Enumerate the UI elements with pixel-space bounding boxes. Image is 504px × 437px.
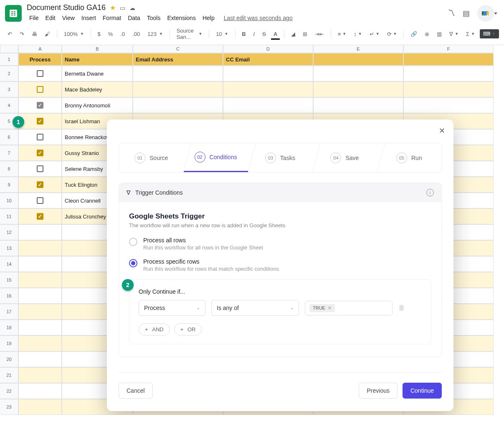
info-icon[interactable]: i [426, 189, 434, 196]
cell[interactable] [133, 66, 223, 81]
menu-tools[interactable]: Tools [144, 13, 163, 23]
row-header[interactable]: 17 [0, 304, 18, 320]
condition-value-input[interactable]: TRUE✕ [305, 301, 393, 315]
cell[interactable] [18, 335, 62, 351]
decrease-decimal-icon[interactable]: .0 [118, 29, 127, 39]
font-size-select[interactable]: 10▼ [213, 30, 230, 38]
menu-file[interactable]: File [27, 13, 41, 23]
currency-icon[interactable]: $ [95, 29, 103, 39]
select-all-cell[interactable] [0, 45, 18, 53]
column-header[interactable]: E [313, 45, 403, 53]
cell[interactable] [18, 399, 62, 415]
cell[interactable] [18, 81, 62, 97]
italic-icon[interactable]: I [251, 29, 258, 39]
condition-field-select[interactable]: Process⌄ [139, 300, 205, 316]
column-header[interactable]: C [133, 45, 223, 53]
menu-insert[interactable]: Insert [79, 13, 99, 23]
text-color-icon[interactable]: A [271, 29, 280, 39]
move-icon[interactable]: ▭ [120, 5, 125, 11]
step-tasks[interactable]: 03Tasks [248, 143, 312, 172]
radio-all-rows[interactable]: Process all rows Run this workflow for a… [129, 237, 431, 251]
keyboard-icon[interactable]: ⌨▼ [480, 29, 499, 38]
cell[interactable] [18, 240, 62, 256]
cell[interactable] [18, 383, 62, 399]
cell[interactable] [18, 177, 62, 193]
bold-icon[interactable]: B [239, 29, 248, 39]
cell[interactable] [18, 224, 62, 240]
wrap-icon[interactable]: ↵▼ [367, 29, 382, 39]
percent-icon[interactable]: % [106, 29, 116, 39]
previous-button[interactable]: Previous [359, 383, 397, 399]
cell[interactable] [403, 97, 494, 113]
row-header[interactable]: 3 [0, 81, 18, 97]
row-header[interactable]: 4 [0, 97, 18, 113]
menu-extensions[interactable]: Extensions [165, 13, 198, 23]
font-select[interactable]: Source San...▼ [174, 26, 205, 41]
increase-decimal-icon[interactable]: .00 [130, 29, 142, 39]
row-header[interactable]: 12 [0, 224, 18, 240]
step-run[interactable]: 05Run [377, 143, 441, 172]
row-header[interactable]: 22 [0, 383, 18, 399]
cell[interactable] [313, 81, 403, 97]
cell[interactable] [18, 288, 62, 304]
comment-icon[interactable]: ⊕ [422, 29, 432, 39]
add-and-button[interactable]: + AND [139, 323, 170, 335]
row-header[interactable]: 13 [0, 240, 18, 256]
cell[interactable] [313, 97, 403, 113]
link-icon[interactable]: 🔗 [408, 29, 420, 39]
row-header[interactable]: 1 [0, 53, 18, 66]
row-header[interactable]: 7 [0, 145, 18, 161]
cell[interactable] [18, 256, 62, 272]
column-header[interactable]: A [18, 45, 62, 53]
paint-format-icon[interactable]: 🖌 [42, 29, 53, 39]
row-header[interactable]: 9 [0, 177, 18, 193]
activity-icon[interactable]: 〽 [448, 9, 455, 18]
functions-icon[interactable]: Σ▼ [463, 29, 477, 39]
row-header[interactable]: 21 [0, 367, 18, 383]
header-cell[interactable]: Name [62, 53, 133, 66]
header-cell[interactable]: Process [18, 53, 62, 66]
row-header[interactable]: 16 [0, 288, 18, 304]
zoom-select[interactable]: 100%▼ [61, 30, 86, 38]
remove-tag-icon[interactable]: ✕ [328, 305, 332, 311]
chart-icon[interactable]: ▥ [434, 29, 444, 39]
cell[interactable] [18, 367, 62, 383]
print-icon[interactable]: 🖶 [29, 29, 40, 39]
cell[interactable] [403, 66, 494, 81]
header-cell[interactable]: CC Email [223, 53, 313, 66]
cell[interactable] [18, 113, 62, 129]
align-icon[interactable]: ≡▼ [335, 29, 349, 39]
cloud-icon[interactable]: ☁ [129, 5, 135, 11]
fill-color-icon[interactable]: ◢ [289, 29, 298, 39]
row-header[interactable]: 11 [0, 208, 18, 224]
cell[interactable] [313, 66, 403, 81]
cell[interactable] [18, 145, 62, 161]
menu-edit[interactable]: Edit [43, 13, 58, 23]
column-header[interactable]: B [62, 45, 133, 53]
radio-specific-rows[interactable]: Process specific rows Run this workflow … [129, 258, 431, 272]
cell[interactable] [18, 97, 62, 113]
step-source[interactable]: 01Source [119, 143, 183, 172]
row-header[interactable]: 14 [0, 256, 18, 272]
column-header[interactable]: F [403, 45, 494, 53]
delete-condition-icon[interactable]: 🗑 [398, 304, 405, 312]
filter-icon[interactable]: ∇▼ [447, 29, 461, 39]
rotate-icon[interactable]: ⟳▼ [385, 29, 400, 39]
document-title[interactable]: Document Studio GA16 [27, 3, 106, 12]
cell[interactable] [18, 161, 62, 177]
cell[interactable] [18, 351, 62, 367]
header-cell[interactable]: Email Address [133, 53, 223, 66]
row-header[interactable]: 6 [0, 129, 18, 145]
cell[interactable] [403, 81, 494, 97]
cell[interactable] [18, 66, 62, 81]
cell[interactable]: Bernetta Dwane [62, 66, 133, 81]
row-header[interactable]: 19 [0, 335, 18, 351]
step-save[interactable]: 04Save [312, 143, 377, 172]
row-header[interactable]: 15 [0, 272, 18, 288]
row-header[interactable]: 8 [0, 161, 18, 177]
row-header[interactable]: 18 [0, 320, 18, 335]
close-icon[interactable]: ✕ [439, 126, 445, 135]
cell[interactable] [223, 97, 313, 113]
menu-format[interactable]: Format [100, 13, 124, 23]
continue-button[interactable]: Continue [403, 383, 442, 399]
